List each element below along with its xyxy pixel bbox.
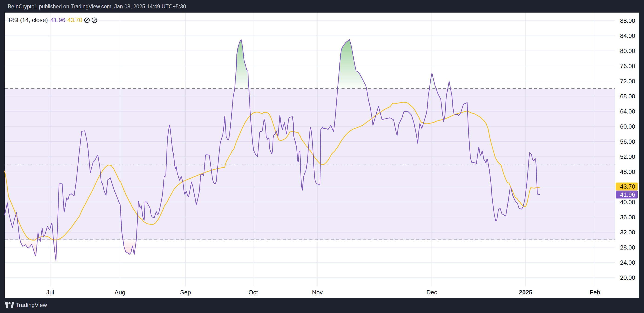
svg-text:52.00: 52.00 — [620, 153, 635, 160]
svg-text:20.00: 20.00 — [620, 274, 635, 281]
svg-text:Dec: Dec — [426, 289, 437, 296]
svg-text:40.00: 40.00 — [620, 198, 635, 206]
svg-text:32.00: 32.00 — [620, 229, 635, 236]
svg-text:24.00: 24.00 — [620, 259, 635, 266]
svg-text:56.00: 56.00 — [620, 138, 635, 145]
svg-text:41.96: 41.96 — [620, 191, 635, 198]
svg-text:36.00: 36.00 — [620, 214, 635, 221]
svg-text:43.70: 43.70 — [620, 183, 635, 190]
svg-text:41.96: 41.96 — [50, 17, 65, 23]
svg-text:60.00: 60.00 — [620, 123, 635, 130]
svg-text:Feb: Feb — [590, 289, 600, 296]
svg-text:88.00: 88.00 — [620, 17, 635, 24]
svg-text:RSI (14, close): RSI (14, close) — [8, 17, 48, 23]
svg-text:64.00: 64.00 — [620, 108, 635, 115]
svg-text:80.00: 80.00 — [620, 48, 635, 54]
svg-text:Jul: Jul — [46, 289, 54, 296]
svg-text:Oct: Oct — [248, 289, 258, 296]
svg-text:Aug: Aug — [114, 289, 125, 296]
svg-text:2025: 2025 — [519, 289, 532, 296]
svg-text:84.00: 84.00 — [620, 32, 635, 39]
svg-text:72.00: 72.00 — [620, 78, 635, 85]
svg-text:28.00: 28.00 — [620, 244, 635, 251]
svg-text:Sep: Sep — [180, 289, 191, 296]
svg-text:68.00: 68.00 — [620, 93, 635, 100]
svg-text:Nov: Nov — [312, 289, 323, 296]
svg-text:48.00: 48.00 — [620, 168, 635, 175]
svg-text:76.00: 76.00 — [620, 62, 635, 70]
svg-text:43.70: 43.70 — [68, 17, 82, 23]
